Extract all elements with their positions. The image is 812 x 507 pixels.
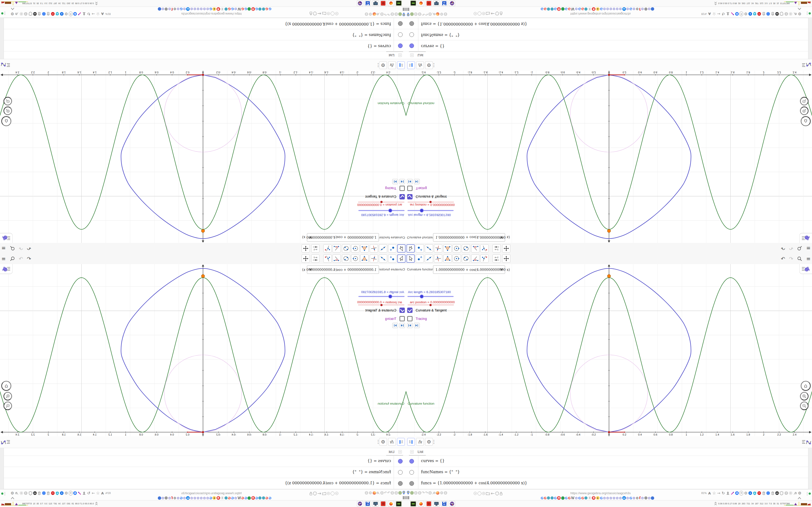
gear-icon[interactable]: ⚙ xyxy=(744,12,748,16)
arc-length-slider[interactable] xyxy=(407,295,454,297)
firefox-app-button[interactable] xyxy=(388,501,394,507)
tab-swirl-favicon[interactable] xyxy=(651,7,654,11)
tab-google-favicon[interactable]: G xyxy=(568,496,571,500)
lock-icon[interactable] xyxy=(500,12,503,16)
arc-position-slider-knob[interactable] xyxy=(380,304,383,306)
globe-icon[interactable] xyxy=(418,12,421,16)
tray-chevrons-icon[interactable] xyxy=(714,1,717,5)
gear-icon[interactable]: ⚙ xyxy=(369,12,372,16)
zoom-out-button[interactable] xyxy=(800,97,808,105)
globe-icon[interactable] xyxy=(418,491,421,495)
ice-badge-icon[interactable]: ICE xyxy=(51,491,55,495)
tracing-checkbox[interactable] xyxy=(400,316,405,321)
terminal-app-button[interactable] xyxy=(410,501,416,507)
arc-position-slider[interactable] xyxy=(358,201,404,203)
translate-badge-icon[interactable]: A xyxy=(735,491,739,495)
floppy64-app-button[interactable]: 64 xyxy=(441,0,447,6)
function-combobox[interactable]: 1.000000000000 + cos(4.000000000000 x) xyxy=(307,233,379,242)
ice-badge-icon[interactable]: ICE xyxy=(757,12,761,16)
firefox-icon[interactable] xyxy=(372,491,376,495)
tab-google-favicon[interactable]: G xyxy=(541,7,544,11)
arc-length-slider-knob[interactable] xyxy=(388,209,392,213)
tab-yandex-favicon[interactable]: Я xyxy=(216,7,220,11)
curvature-checkbox[interactable] xyxy=(400,307,405,313)
graphics-stylebar-toggle[interactable] xyxy=(800,264,812,274)
trash-icon[interactable] xyxy=(46,12,50,16)
gear-icon[interactable]: ⚙ xyxy=(798,12,802,16)
function-combobox[interactable]: 1.000000000000 + cos(4.000000000000 x) xyxy=(433,265,505,274)
reload-icon[interactable]: ↻ xyxy=(87,491,91,495)
tab-globe-favicon[interactable] xyxy=(551,496,554,500)
firefox-app-button[interactable] xyxy=(418,0,424,6)
globe-icon[interactable] xyxy=(391,491,394,495)
avatar-icon[interactable] xyxy=(410,491,414,495)
globe-icon[interactable] xyxy=(444,12,447,16)
settings-app-button[interactable]: ⚙ xyxy=(425,501,432,507)
back-arrow-icon[interactable]: ← xyxy=(491,491,495,496)
fx-button[interactable]: fx xyxy=(388,61,396,69)
terminal-app-button[interactable] xyxy=(410,0,416,6)
tab-google-favicon[interactable]: G xyxy=(231,7,234,11)
zoom-in-button[interactable] xyxy=(4,392,12,400)
tab-google-favicon[interactable]: G xyxy=(269,496,272,500)
menu-icon[interactable]: ≡ xyxy=(806,246,811,251)
firefox-icon[interactable] xyxy=(436,12,440,16)
zoom-in-button[interactable] xyxy=(4,107,12,115)
arc-position-point[interactable] xyxy=(202,432,204,433)
funcnames-row[interactable]: funcNames = {" "} xyxy=(406,29,812,40)
trash-icon[interactable] xyxy=(771,12,774,16)
shield-icon[interactable] xyxy=(29,12,33,16)
tab-bird-favicon[interactable] xyxy=(248,7,251,11)
trash-icon[interactable] xyxy=(38,12,41,16)
arc-length-slider[interactable] xyxy=(358,295,405,297)
tab-wikipedia-favicon[interactable]: W xyxy=(571,496,574,500)
shield-download-icon[interactable] xyxy=(753,491,757,495)
settings-app-icon[interactable]: ⚙ xyxy=(426,501,431,506)
home-button[interactable]: ⌂ xyxy=(1,116,11,126)
bookmark-star-icon[interactable]: ☆ xyxy=(712,491,716,495)
thumb-icon[interactable]: ☝ xyxy=(19,12,23,16)
conic-tool-button[interactable] xyxy=(462,244,470,252)
menu-icon[interactable]: ≡ xyxy=(806,257,811,262)
url-text[interactable]: https://www.geogebra.org/classic/aagcxh3… xyxy=(162,491,261,495)
shield-download-icon[interactable] xyxy=(55,491,59,495)
globe-icon[interactable] xyxy=(391,12,394,16)
arc-position-slider[interactable] xyxy=(358,304,404,306)
curves-row[interactable]: curves = {} xyxy=(406,456,812,467)
skip-start-button[interactable] xyxy=(407,323,413,328)
forward-icon[interactable]: → xyxy=(717,491,721,495)
search-icon[interactable] xyxy=(10,256,15,262)
search-icon[interactable] xyxy=(10,245,15,251)
settings-app-button[interactable]: ⚙ xyxy=(425,0,432,6)
tab-globe-favicon[interactable] xyxy=(547,7,550,11)
tab-gear-favicon[interactable]: ⚙ xyxy=(636,496,639,500)
visibility-marble[interactable] xyxy=(398,481,403,486)
redo-arc-icon[interactable]: ↷ xyxy=(384,491,387,495)
location-pin-icon[interactable] xyxy=(402,12,406,16)
fx-button[interactable]: fx xyxy=(416,61,424,69)
tab-yandex-favicon[interactable]: Я xyxy=(557,496,561,500)
floppy64-app-button[interactable]: 64 xyxy=(365,501,371,507)
chevron-up-icon[interactable] xyxy=(798,497,801,500)
angle-tool-button[interactable]: α xyxy=(471,255,479,263)
tab-yandex-favicon[interactable]: Я xyxy=(592,7,596,11)
screenshot-app-button[interactable] xyxy=(433,0,440,6)
tab-chat-favicon[interactable]: ■ xyxy=(186,7,190,11)
tracing-checkbox[interactable] xyxy=(407,316,412,321)
tab-google-favicon[interactable]: G xyxy=(568,7,571,11)
play-pause-button[interactable] xyxy=(414,323,420,328)
firefox-icon[interactable] xyxy=(436,491,440,495)
tab-google-favicon[interactable]: G xyxy=(245,496,248,500)
ice-badge-icon[interactable]: ICE xyxy=(757,491,761,495)
tab-flower-favicon[interactable]: ✿ xyxy=(203,7,206,11)
globe-icon[interactable] xyxy=(380,12,384,16)
tab-google-favicon[interactable]: G xyxy=(629,496,632,500)
circle-icon[interactable] xyxy=(477,12,481,16)
graphics-stylebar-toggle[interactable] xyxy=(0,233,12,243)
lock-icon[interactable] xyxy=(500,492,503,495)
tab-google-favicon[interactable]: G xyxy=(581,7,584,11)
terminal-app-button[interactable] xyxy=(396,501,402,507)
tab-google-favicon[interactable]: G xyxy=(228,496,231,500)
firefox-app-icon[interactable] xyxy=(389,502,393,506)
tab-flower-favicon[interactable]: ✿ xyxy=(575,496,578,500)
